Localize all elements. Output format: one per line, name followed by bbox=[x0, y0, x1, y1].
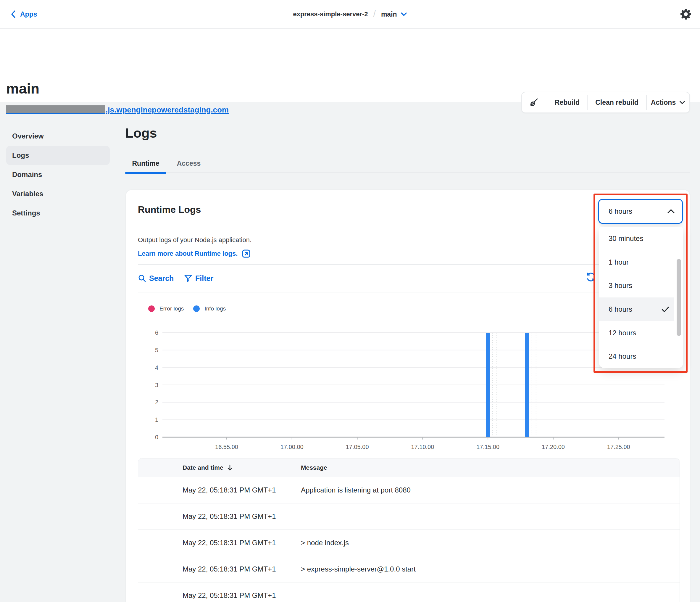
table-row: May 22, 05:18:31 PM GMT+1> express-simpl… bbox=[138, 556, 680, 582]
svg-text:17:20:00: 17:20:00 bbox=[542, 444, 565, 450]
column-date-and-time[interactable]: Date and time bbox=[182, 464, 223, 471]
sidebar-item-variables[interactable]: Variables bbox=[6, 185, 110, 203]
cell-datetime: May 22, 05:18:31 PM GMT+1 bbox=[138, 539, 301, 547]
sidebar-item-settings[interactable]: Settings bbox=[6, 203, 110, 222]
learn-more-link[interactable]: Learn more about Runtime logs. bbox=[138, 249, 251, 258]
option-label: 1 hour bbox=[608, 258, 674, 266]
sidebar: OverviewLogsDomainsVariablesSettings bbox=[6, 127, 110, 223]
table-row: May 22, 05:18:31 PM GMT+1 bbox=[138, 582, 680, 602]
table-row: May 22, 05:18:31 PM GMT+1> node index.js bbox=[138, 530, 680, 556]
legend-dot bbox=[148, 306, 155, 312]
page-title: Logs bbox=[125, 125, 157, 141]
time-range-select[interactable]: 6 hours bbox=[598, 199, 683, 224]
filter-icon bbox=[184, 274, 192, 282]
table-row: May 22, 05:18:31 PM GMT+1 bbox=[138, 503, 680, 530]
branch-name: main bbox=[381, 10, 397, 18]
sort-descending-icon[interactable] bbox=[227, 464, 233, 471]
branch-selector[interactable]: main bbox=[381, 10, 407, 18]
check-icon bbox=[661, 305, 670, 314]
actions-label: Actions bbox=[651, 99, 676, 106]
table-row: May 22, 05:18:31 PM GMT+1Application is … bbox=[138, 477, 680, 503]
app-hero: main .js.wpenginepoweredstaging.com Rebu… bbox=[0, 29, 700, 102]
sidebar-item-overview[interactable]: Overview bbox=[6, 127, 110, 146]
divider bbox=[138, 292, 678, 292]
rebuild-button[interactable]: Rebuild bbox=[547, 92, 587, 113]
refresh-button[interactable] bbox=[585, 271, 597, 284]
svg-text:17:05:00: 17:05:00 bbox=[346, 444, 369, 450]
time-range-option-30-minutes[interactable]: 30 minutes bbox=[599, 227, 674, 250]
logs-table: Date and time Message May 22, 05:18:31 P… bbox=[138, 458, 680, 602]
divider bbox=[138, 264, 678, 265]
chevron-down-icon bbox=[679, 101, 685, 104]
broom-button[interactable] bbox=[522, 92, 547, 113]
svg-text:4: 4 bbox=[155, 364, 158, 371]
time-range-menu: 30 minutes1 hour3 hours6 hours12 hours24… bbox=[599, 227, 683, 368]
time-range-option-3-hours[interactable]: 3 hours bbox=[599, 274, 674, 297]
cell-datetime: May 22, 05:18:31 PM GMT+1 bbox=[138, 591, 301, 600]
card-description: Output logs of your Node.js application. bbox=[138, 236, 251, 244]
svg-text:6: 6 bbox=[155, 330, 158, 336]
search-button[interactable]: Search bbox=[138, 270, 174, 286]
cell-message: > express-simple-server@1.0.0 start bbox=[301, 565, 680, 573]
learn-more-label: Learn more about Runtime logs. bbox=[138, 250, 238, 258]
top-bar: Apps express-simple-server-2 / main bbox=[0, 0, 700, 29]
svg-text:17:25:00: 17:25:00 bbox=[607, 444, 630, 450]
chevron-up-icon bbox=[667, 209, 675, 214]
redacted-url-segment bbox=[6, 105, 105, 114]
filter-button[interactable]: Filter bbox=[184, 270, 213, 286]
environment-title: main bbox=[6, 80, 39, 97]
logs-table-body: May 22, 05:18:31 PM GMT+1Application is … bbox=[138, 477, 680, 602]
chart-legend: Error logsInfo logs bbox=[148, 306, 226, 312]
time-range-option-1-hour[interactable]: 1 hour bbox=[599, 250, 674, 274]
option-label: 24 hours bbox=[608, 352, 674, 360]
filter-label: Filter bbox=[195, 274, 213, 283]
back-label: Apps bbox=[20, 10, 37, 18]
chevron-left-icon bbox=[11, 10, 16, 18]
option-label: 30 minutes bbox=[608, 234, 674, 243]
breadcrumb-app-name: express-simple-server-2 bbox=[293, 10, 368, 18]
column-message: Message bbox=[301, 464, 327, 471]
svg-text:3: 3 bbox=[155, 382, 158, 388]
time-range-option-12-hours[interactable]: 12 hours bbox=[599, 321, 674, 345]
tab-runtime[interactable]: Runtime bbox=[125, 153, 166, 174]
legend-dot bbox=[193, 306, 200, 312]
svg-text:5: 5 bbox=[155, 347, 158, 353]
breadcrumb: express-simple-server-2 / main bbox=[0, 0, 700, 28]
option-label: 6 hours bbox=[608, 305, 661, 313]
app-actions-group: Rebuild Clean rebuild Actions bbox=[521, 92, 690, 113]
broom-icon bbox=[529, 97, 540, 108]
clean-rebuild-button[interactable]: Clean rebuild bbox=[588, 92, 646, 113]
settings-gear-icon[interactable] bbox=[679, 0, 692, 28]
app-url-link[interactable]: .js.wpenginepoweredstaging.com bbox=[6, 105, 229, 114]
menu-scrollbar-thumb[interactable] bbox=[677, 259, 681, 336]
back-to-apps-link[interactable]: Apps bbox=[11, 0, 37, 28]
legend-item-info-logs: Info logs bbox=[193, 306, 226, 312]
legend-label: Info logs bbox=[204, 306, 226, 312]
time-range-option-6-hours[interactable]: 6 hours bbox=[599, 297, 674, 321]
logs-tabbar: Runtime Access bbox=[125, 153, 204, 174]
cell-message: > node index.js bbox=[301, 539, 680, 547]
search-label: Search bbox=[149, 274, 174, 283]
sidebar-item-domains[interactable]: Domains bbox=[6, 165, 110, 184]
tabbar-baseline bbox=[125, 172, 690, 172]
option-label: 3 hours bbox=[608, 282, 674, 290]
actions-button[interactable]: Actions bbox=[647, 92, 689, 113]
option-label: 12 hours bbox=[608, 329, 674, 337]
svg-text:17:10:00: 17:10:00 bbox=[411, 444, 434, 450]
sidebar-item-logs[interactable]: Logs bbox=[6, 146, 110, 165]
logs-table-header: Date and time Message bbox=[138, 458, 680, 477]
svg-text:0: 0 bbox=[155, 434, 158, 440]
svg-text:17:15:00: 17:15:00 bbox=[476, 444, 499, 450]
search-icon bbox=[138, 274, 146, 282]
time-range-option-24-hours[interactable]: 24 hours bbox=[599, 344, 674, 368]
app-url-visible-text: .js.wpenginepoweredstaging.com bbox=[106, 105, 229, 114]
svg-text:16:55:00: 16:55:00 bbox=[215, 444, 238, 450]
tab-access[interactable]: Access bbox=[173, 153, 204, 174]
cell-datetime: May 22, 05:18:31 PM GMT+1 bbox=[138, 512, 301, 521]
card-title: Runtime Logs bbox=[138, 204, 201, 215]
cell-datetime: May 22, 05:18:31 PM GMT+1 bbox=[138, 565, 301, 573]
time-range-selected-value: 6 hours bbox=[608, 207, 667, 215]
cell-message: Application is listening at port 8080 bbox=[301, 486, 680, 494]
legend-label: Error logs bbox=[159, 306, 184, 312]
external-link-icon bbox=[242, 249, 251, 258]
